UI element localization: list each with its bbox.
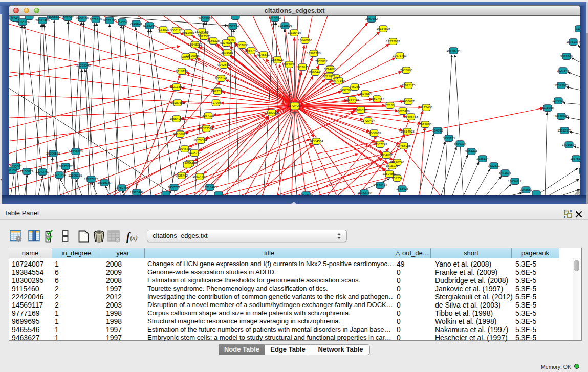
- svg-text:16782759: 16782759: [357, 191, 372, 194]
- svg-text:8427552: 8427552: [211, 89, 224, 93]
- svg-text:6794028: 6794028: [324, 67, 337, 71]
- svg-text:6879197: 6879197: [454, 142, 467, 145]
- svg-text:19654923: 19654923: [400, 129, 415, 133]
- svg-text:19756928: 19756928: [397, 144, 411, 147]
- svg-text:2087682: 2087682: [365, 17, 378, 20]
- svg-text:6497568: 6497568: [340, 88, 353, 92]
- svg-text:17359928: 17359928: [69, 149, 83, 153]
- svg-text:417006: 417006: [211, 101, 222, 104]
- svg-text:12942757: 12942757: [35, 170, 50, 173]
- svg-text:9474444: 9474444: [465, 149, 478, 153]
- svg-text:9227343: 9227343: [557, 69, 570, 72]
- svg-text:2718176: 2718176: [176, 69, 188, 73]
- svg-text:10688609: 10688609: [367, 131, 381, 135]
- svg-text:9457771: 9457771: [168, 185, 181, 189]
- svg-text:12213967: 12213967: [386, 39, 400, 43]
- svg-text:5155267: 5155267: [143, 24, 156, 27]
- svg-text:11353594: 11353594: [199, 126, 213, 130]
- svg-text:2343: 2343: [12, 16, 19, 20]
- svg-text:16914479: 16914479: [192, 174, 207, 178]
- svg-text:20691406: 20691406: [35, 18, 50, 22]
- svg-text:7955812: 7955812: [315, 59, 328, 63]
- svg-text:6466160: 6466160: [76, 16, 89, 20]
- svg-text:10807487: 10807487: [370, 97, 384, 100]
- svg-text:3267130: 3267130: [202, 114, 215, 117]
- svg-text:7625402: 7625402: [176, 173, 188, 177]
- svg-text:16671385: 16671385: [102, 18, 117, 22]
- svg-text:15136141: 15136141: [373, 183, 387, 187]
- svg-text:1112: 1112: [576, 27, 580, 30]
- svg-text:1588520: 1588520: [271, 58, 284, 61]
- svg-text:10958187: 10958187: [97, 181, 112, 184]
- svg-text:2803144: 2803144: [215, 76, 228, 80]
- svg-text:15720407: 15720407: [361, 119, 375, 122]
- svg-text:18300295: 18300295: [265, 111, 279, 114]
- svg-text:8471676: 8471676: [499, 171, 512, 174]
- svg-text:16648784: 16648784: [446, 49, 461, 52]
- svg-text:8878334: 8878334: [194, 138, 207, 142]
- svg-text:19384554: 19384554: [309, 139, 323, 143]
- svg-text:8454749: 8454749: [245, 49, 258, 52]
- svg-text:3215958: 3215958: [541, 106, 554, 110]
- svg-text:15716485: 15716485: [203, 185, 217, 189]
- svg-text:19218506: 19218506: [278, 24, 292, 27]
- svg-text:12093873: 12093873: [554, 83, 569, 87]
- svg-text:11325419: 11325419: [287, 31, 301, 34]
- svg-text:1244419: 1244419: [552, 99, 565, 102]
- svg-text:7163822: 7163822: [157, 28, 170, 31]
- svg-text:9384067: 9384067: [380, 153, 393, 157]
- svg-text:21053346: 21053346: [76, 63, 91, 67]
- svg-text:10025438: 10025438: [396, 109, 410, 113]
- svg-text:2935114: 2935114: [476, 157, 489, 160]
- svg-text:9327508: 9327508: [220, 41, 233, 45]
- svg-text:1065527: 1065527: [49, 16, 61, 18]
- svg-text:9245652: 9245652: [520, 188, 533, 191]
- svg-text:17016504: 17016504: [562, 143, 576, 146]
- svg-text:12505135: 12505135: [68, 173, 82, 177]
- svg-text:1362615: 1362615: [296, 65, 309, 69]
- svg-text:12975115: 12975115: [401, 83, 416, 87]
- svg-text:9463627: 9463627: [402, 99, 415, 103]
- svg-text:8990448: 8990448: [309, 70, 322, 74]
- svg-text:14099489: 14099489: [183, 161, 197, 165]
- svg-text:1071918: 1071918: [90, 17, 102, 21]
- svg-text:19166827: 19166827: [173, 132, 187, 136]
- svg-text:9146821: 9146821: [257, 53, 270, 56]
- svg-text:11156829: 11156829: [20, 169, 34, 173]
- svg-text:15751074: 15751074: [566, 40, 580, 43]
- svg-text:16033809: 16033809: [198, 16, 212, 20]
- svg-text:15640910: 15640910: [298, 38, 312, 42]
- svg-text:16210643: 16210643: [554, 114, 569, 118]
- svg-text:13524851: 13524851: [382, 172, 397, 176]
- svg-text:12923446: 12923446: [129, 190, 144, 194]
- svg-text:17957225: 17957225: [84, 177, 98, 181]
- svg-text:10107552: 10107552: [170, 101, 185, 104]
- svg-text:0699695: 0699695: [419, 122, 432, 126]
- svg-text:7632621: 7632621: [488, 164, 500, 167]
- svg-text:7986372: 7986372: [355, 108, 367, 112]
- svg-text:7485063: 7485063: [400, 68, 413, 72]
- svg-text:7857224: 7857224: [227, 24, 239, 28]
- svg-text:8912956: 8912956: [182, 31, 195, 34]
- svg-text:164093: 164093: [432, 128, 443, 132]
- svg-text:10654983: 10654983: [169, 117, 184, 120]
- svg-text:1733426: 1733426: [396, 187, 409, 190]
- svg-text:1527602: 1527602: [61, 16, 74, 19]
- svg-text:16543382: 16543382: [188, 42, 202, 46]
- svg-text:16961758: 16961758: [307, 51, 321, 55]
- svg-text:2867608: 2867608: [236, 43, 249, 47]
- svg-text:15692971: 15692971: [557, 128, 572, 132]
- svg-text:9498222: 9498222: [188, 151, 201, 155]
- svg-text:62160: 62160: [385, 103, 395, 107]
- svg-text:1615172: 1615172: [386, 164, 399, 167]
- svg-text:8938923: 8938923: [443, 136, 455, 140]
- svg-text:9327505: 9327505: [198, 34, 211, 38]
- svg-text:13226058: 13226058: [194, 30, 209, 33]
- svg-text:16782759: 16782759: [115, 186, 129, 189]
- svg-text:12923446: 12923446: [299, 193, 313, 195]
- svg-text:13495758: 13495758: [404, 115, 418, 118]
- svg-text:3624554: 3624554: [359, 92, 372, 95]
- svg-text:10973493: 10973493: [393, 54, 407, 57]
- svg-text:10654112: 10654112: [508, 179, 522, 183]
- svg-text:8660123: 8660123: [170, 28, 183, 32]
